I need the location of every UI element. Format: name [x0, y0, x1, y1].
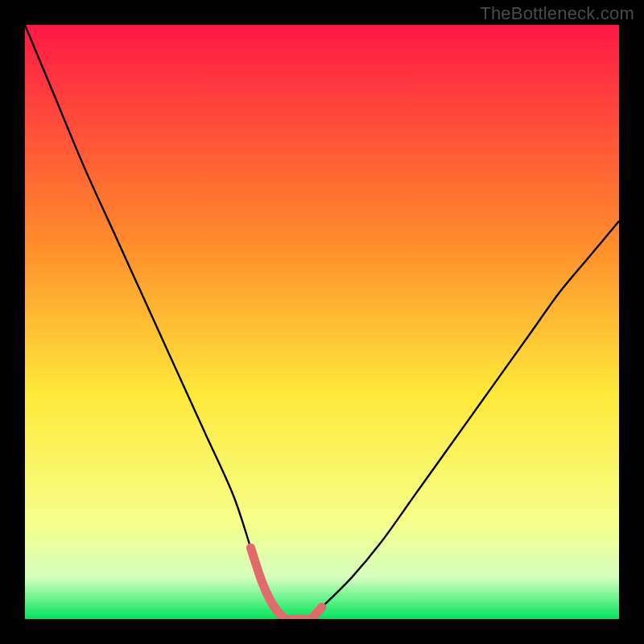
watermark-text: TheBottleneck.com: [480, 3, 634, 24]
gradient-background: [25, 25, 619, 619]
chart-frame: TheBottleneck.com: [0, 0, 644, 644]
plot-area: [25, 25, 619, 619]
chart-svg: [25, 25, 619, 619]
